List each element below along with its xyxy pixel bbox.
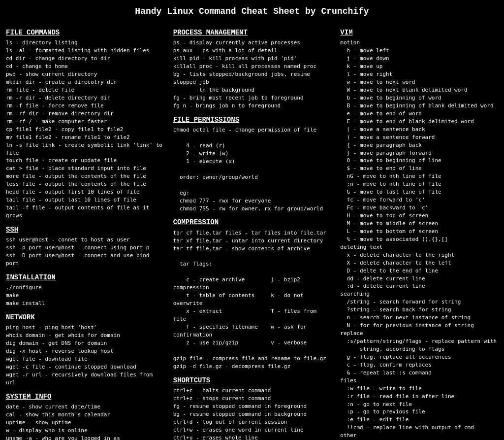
file-perm-title: FILE PERMISSIONS <box>173 115 331 125</box>
shortcuts-content: ctrl+c - halts current command ctrl+z - … <box>173 387 331 440</box>
compression-title: COMPRESSION <box>173 217 331 227</box>
installation-content: ./configure make make install <box>6 284 164 307</box>
vim-title: VIM <box>340 28 498 37</box>
file-commands-content: ls - directory listing ls -al - formatte… <box>6 39 164 220</box>
ssh-title: SSH <box>6 225 164 235</box>
sysinfo-content: date - show current date/time cal - show… <box>6 403 164 440</box>
page-title: Handy Linux Command Cheat Sheet by Crunc… <box>5 5 499 18</box>
shortcuts-title: SHORTCUTS <box>173 375 331 385</box>
column-2: PROCESS MANAGEMENT ps - display currentl… <box>172 23 332 440</box>
installation-title: INSTALLATION <box>6 272 164 282</box>
network-content: ping host - ping host 'host' whois domai… <box>6 324 164 387</box>
vim-content: motion h - move left j - move down k - m… <box>340 39 498 440</box>
main-grid: FILE COMMANDS ls - directory listing ls … <box>5 23 499 440</box>
ssh-content: ssh user@host - connet to host as user s… <box>6 236 164 268</box>
process-title: PROCESS MANAGEMENT <box>173 28 331 37</box>
network-title: NETWORK <box>6 312 164 322</box>
file-commands-title: FILE COMMANDS <box>6 28 164 37</box>
compression-content: tar cf file.tar files - tar files into f… <box>173 229 331 371</box>
file-perm-content: chmod octal file - change permission of … <box>173 126 331 212</box>
process-content: ps - display currently active processes … <box>173 39 331 109</box>
column-1: FILE COMMANDS ls - directory listing ls … <box>5 23 165 440</box>
column-3: VIM motion h - move left j - move down k… <box>339 23 499 440</box>
sysinfo-title: SYSTEM INFO <box>6 392 164 402</box>
